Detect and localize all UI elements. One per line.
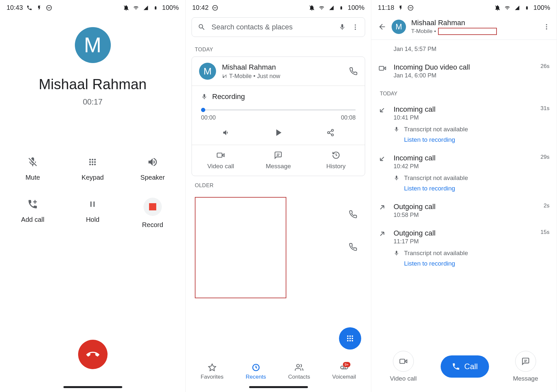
- nav-handle[interactable]: [63, 386, 122, 388]
- svg-point-30: [352, 335, 353, 337]
- bolt-icon: [397, 5, 404, 11]
- history-row[interactable]: Outgoing call 10:58 PM 2s: [371, 197, 557, 224]
- svg-point-47: [546, 28, 547, 30]
- recording-label: Recording: [212, 92, 245, 101]
- mic-icon[interactable]: [339, 24, 346, 31]
- svg-point-8: [94, 161, 96, 163]
- svg-point-39: [341, 366, 344, 369]
- svg-point-46: [546, 26, 547, 27]
- back-icon[interactable]: [378, 23, 386, 31]
- listen-link[interactable]: Listen to recording: [404, 185, 534, 192]
- bell-off-icon: [123, 5, 129, 11]
- bolt-icon: [36, 5, 42, 11]
- recents-screen: 10:42 100% Search contacts & places TODA…: [186, 0, 371, 392]
- svg-point-21: [328, 132, 329, 134]
- svg-rect-25: [217, 153, 222, 157]
- nav-handle[interactable]: [249, 386, 308, 388]
- tab-recents[interactable]: Recents: [245, 363, 266, 380]
- video-call-button[interactable]: Video call: [390, 351, 417, 382]
- contact-name: Mishaal Rahman: [222, 63, 343, 72]
- search-bar[interactable]: Search contacts & places: [192, 17, 365, 37]
- contact-detail-screen: 11:18 100% M Mishaal Rahman T-Mobile • J…: [371, 0, 557, 392]
- svg-point-38: [297, 364, 300, 367]
- contact-avatar: M: [199, 63, 216, 80]
- listen-link[interactable]: Listen to recording: [404, 136, 534, 143]
- bell-off-icon: [309, 5, 315, 11]
- video-call-button[interactable]: Video call: [192, 145, 249, 176]
- in-call-screen: 10:43 100% M Mishaal Rahman 00:17 Mute K…: [0, 0, 186, 392]
- add-call-button[interactable]: Add call: [14, 198, 51, 229]
- message-button[interactable]: Message: [513, 351, 538, 382]
- more-icon[interactable]: [543, 23, 550, 30]
- svg-point-7: [92, 161, 93, 163]
- tab-favorites[interactable]: Favorites: [201, 363, 224, 380]
- svg-point-11: [94, 164, 96, 165]
- incoming-arrow-icon: [379, 155, 387, 162]
- wifi-icon: [318, 5, 325, 11]
- call-button[interactable]: Call: [441, 355, 489, 378]
- call-icon[interactable]: [349, 243, 357, 251]
- svg-point-5: [94, 159, 96, 160]
- call-subtitle: T-Mobile • Just now: [222, 73, 343, 80]
- detail-header: M Mishaal Rahman T-Mobile •: [371, 14, 557, 40]
- speaker-button[interactable]: Speaker: [134, 155, 171, 181]
- recording-panel: Recording 00:00 00:08: [192, 86, 365, 145]
- svg-point-6: [89, 161, 91, 163]
- playback-slider[interactable]: [201, 109, 356, 110]
- svg-point-3: [89, 159, 91, 160]
- recent-call-row[interactable]: M Mishaal Rahman T-Mobile • Just now: [192, 57, 365, 86]
- history-button[interactable]: History: [307, 145, 365, 176]
- clock: 10:42: [192, 4, 209, 11]
- svg-point-19: [355, 29, 356, 30]
- history-row[interactable]: Incoming call 10:42 PM Transcript not av…: [371, 149, 557, 197]
- history-row[interactable]: Jan 14, 5:57 PM: [371, 40, 557, 58]
- listen-link[interactable]: Listen to recording: [404, 260, 534, 267]
- svg-rect-49: [400, 359, 405, 364]
- play-icon[interactable]: [273, 127, 284, 138]
- add-call-icon: [26, 198, 39, 211]
- call-icon[interactable]: [349, 210, 357, 219]
- tab-contacts[interactable]: Contacts: [288, 363, 310, 380]
- older-label: OLDER: [186, 176, 371, 192]
- svg-rect-48: [379, 66, 384, 70]
- wifi-icon: [133, 5, 139, 11]
- svg-point-17: [355, 24, 356, 26]
- svg-point-33: [352, 338, 353, 339]
- battery-icon: [524, 5, 530, 11]
- call-icon[interactable]: [349, 67, 358, 75]
- more-icon[interactable]: [352, 24, 359, 31]
- svg-point-4: [92, 159, 93, 160]
- keypad-button[interactable]: Keypad: [74, 155, 111, 181]
- tab-voicemail[interactable]: 9+ Voicemail: [332, 363, 356, 380]
- hangup-button[interactable]: [78, 340, 108, 369]
- redacted-box: [438, 28, 497, 35]
- svg-point-18: [355, 26, 356, 28]
- signal-icon: [514, 5, 520, 11]
- video-icon: [379, 64, 387, 72]
- history-row[interactable]: Incoming Duo video call Jan 14, 6:00 PM …: [371, 58, 557, 84]
- today-label: TODAY: [371, 84, 557, 100]
- dnd-icon: [407, 5, 414, 11]
- volume-icon[interactable]: [222, 129, 230, 137]
- mute-button[interactable]: Mute: [14, 155, 51, 181]
- history-row[interactable]: Outgoing call 11:17 PM Transcript not av…: [371, 224, 557, 272]
- status-bar: 11:18 100%: [371, 0, 557, 14]
- mic-off-icon: [26, 155, 39, 169]
- clock: 10:43: [7, 4, 23, 11]
- outgoing-arrow-icon: [379, 230, 387, 237]
- caller-avatar: M: [75, 27, 111, 63]
- record-button[interactable]: Record: [134, 198, 171, 229]
- history-row[interactable]: Incoming call 10:41 PM Transcript not av…: [371, 100, 557, 149]
- svg-point-35: [349, 340, 351, 342]
- share-icon[interactable]: [327, 129, 334, 137]
- hold-button[interactable]: Hold: [74, 198, 111, 229]
- wifi-icon: [504, 5, 511, 11]
- message-button[interactable]: Message: [249, 145, 307, 176]
- time-end: 00:08: [341, 114, 356, 121]
- dialpad-fab[interactable]: [339, 327, 361, 350]
- time-start: 00:00: [201, 114, 216, 121]
- dnd-icon: [46, 5, 52, 11]
- recent-call-card: M Mishaal Rahman T-Mobile • Just now Rec…: [192, 57, 365, 176]
- phone-icon: [26, 5, 33, 11]
- svg-point-29: [349, 335, 351, 337]
